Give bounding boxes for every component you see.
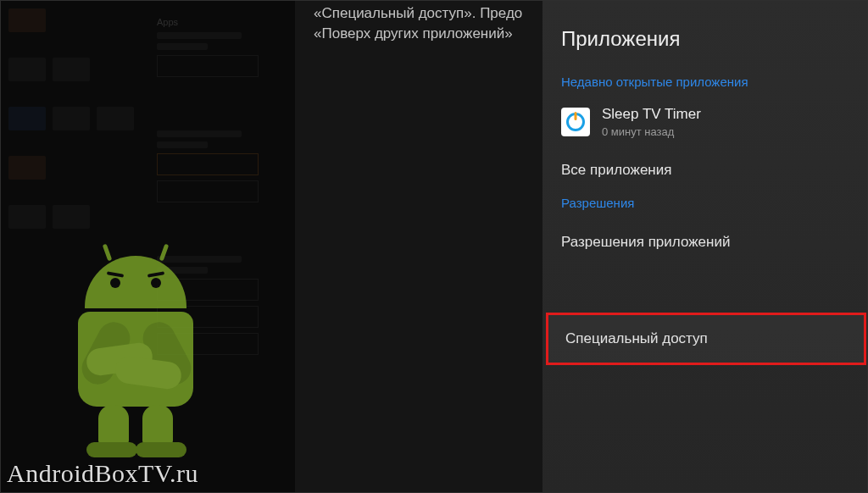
section-permissions: Разрешения xyxy=(561,196,849,210)
mid-text-line2: «Поверх других приложений» xyxy=(314,24,542,44)
mid-overlay-text: «Специальный доступ». Предо «Поверх друг… xyxy=(314,3,542,44)
all-apps-row[interactable]: Все приложения xyxy=(561,150,849,191)
panel-title: Приложения xyxy=(561,27,849,51)
special-access-row[interactable]: Специальный доступ xyxy=(546,313,866,365)
recent-app-name: Sleep TV Timer xyxy=(602,106,701,123)
mid-dark-panel xyxy=(295,0,542,493)
power-icon xyxy=(566,113,585,131)
apps-settings-panel: Приложения Недавно открытые приложения S… xyxy=(542,0,868,493)
recent-app-subtitle: 0 минут назад xyxy=(602,125,701,138)
watermark-text: AndroidBoxTV.ru xyxy=(7,459,198,488)
app-permissions-row[interactable]: Разрешения приложений xyxy=(561,222,849,263)
sleep-tv-timer-icon xyxy=(561,108,590,136)
mid-text-line1: «Специальный доступ». Предо xyxy=(314,3,542,24)
special-access-label: Специальный доступ xyxy=(565,330,708,347)
section-recent-apps: Недавно открытые приложения xyxy=(561,75,849,89)
recent-app-row[interactable]: Sleep TV Timer 0 минут назад xyxy=(561,101,849,150)
android-mascot-image xyxy=(34,246,229,457)
bg-header-apps: Apps xyxy=(157,17,275,27)
